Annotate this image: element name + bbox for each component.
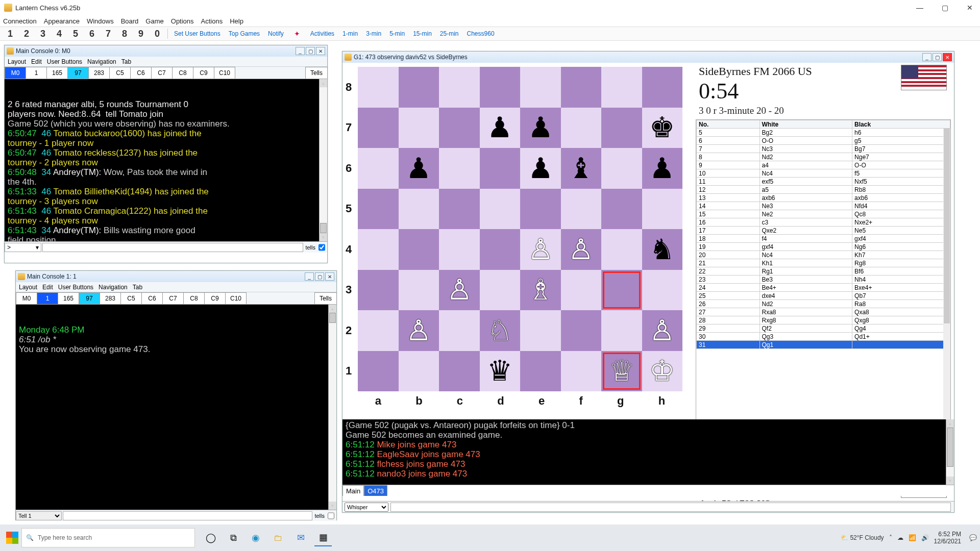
- console0-tells-checkbox[interactable]: [318, 243, 325, 252]
- submenu-navigation[interactable]: Navigation: [99, 284, 128, 291]
- move-row[interactable]: 13axb6axb6: [697, 194, 950, 202]
- game-tab-o473[interactable]: O473: [364, 485, 387, 496]
- square-e4[interactable]: ♙: [520, 229, 561, 270]
- move-row[interactable]: 5Bg2h6: [697, 129, 950, 137]
- submenu-edit[interactable]: Edit: [31, 58, 42, 65]
- tray-wifi-icon[interactable]: 📶: [909, 534, 916, 541]
- square-b4[interactable]: [399, 229, 439, 270]
- channel-tab-C10[interactable]: C10: [225, 292, 247, 304]
- square-g5[interactable]: [601, 189, 642, 230]
- square-g1[interactable]: ♕: [601, 351, 642, 392]
- square-f4[interactable]: ♙: [561, 229, 602, 270]
- channel-tab-C5[interactable]: C5: [109, 67, 131, 79]
- channel-tab-165[interactable]: 165: [58, 292, 79, 304]
- chessboard[interactable]: ♟♟♚♟♟♝♟♙♙♞♙♗♙♘♙♛♕♔: [358, 67, 682, 391]
- square-d8[interactable]: [480, 67, 521, 108]
- move-row[interactable]: 6O-Og5: [697, 137, 950, 145]
- square-c6[interactable]: [439, 148, 480, 189]
- move-row[interactable]: 20Nc4Kh7: [697, 251, 950, 259]
- square-c5[interactable]: [439, 189, 480, 230]
- square-e3[interactable]: ♗: [520, 270, 561, 311]
- move-row[interactable]: 28Rxg8Qxg8: [697, 316, 950, 324]
- square-c2[interactable]: [439, 310, 480, 351]
- channel-tab-M0[interactable]: M0: [16, 292, 37, 304]
- explorer-icon[interactable]: 🗀: [270, 529, 287, 546]
- toolbar-link-top-games[interactable]: Top Games: [229, 30, 260, 37]
- square-e8[interactable]: [520, 67, 561, 108]
- square-d7[interactable]: ♟: [480, 108, 521, 148]
- square-a8[interactable]: [358, 67, 399, 108]
- toolbar-link-5-min[interactable]: 5-min: [389, 30, 405, 37]
- square-g2[interactable]: [601, 310, 642, 351]
- console0-scrollbar[interactable]: ▴▾: [319, 79, 327, 241]
- channel-tab-97[interactable]: 97: [67, 67, 89, 79]
- square-h7[interactable]: ♚: [642, 108, 683, 148]
- square-a5[interactable]: [358, 189, 399, 230]
- game-maximize[interactable]: ▢: [933, 53, 942, 61]
- square-f3[interactable]: [561, 270, 602, 311]
- square-b3[interactable]: [399, 270, 439, 311]
- square-e7[interactable]: ♟: [520, 108, 561, 148]
- toolbar-slot-0[interactable]: 0: [149, 29, 165, 39]
- console1-maximize[interactable]: ▢: [315, 272, 324, 281]
- channel-tab-C9[interactable]: C9: [193, 67, 214, 79]
- channel-tab-C8[interactable]: C8: [172, 67, 193, 79]
- weather-widget[interactable]: ⛅ 52°F Cloudy: [841, 534, 884, 541]
- square-a7[interactable]: [358, 108, 399, 148]
- move-row[interactable]: 7Nc3Bg7: [697, 145, 950, 153]
- toolbar-slot-5[interactable]: 5: [67, 29, 84, 39]
- menu-connection[interactable]: Connection: [3, 17, 37, 25]
- square-c7[interactable]: [439, 108, 480, 148]
- move-row[interactable]: 29Qf2Qg4: [697, 324, 950, 333]
- taskbar-search[interactable]: 🔍 Type here to search: [21, 528, 195, 547]
- fireworks-icon[interactable]: ✦: [291, 29, 303, 39]
- console0-minimize[interactable]: _: [296, 47, 305, 55]
- move-row[interactable]: 26Nd2Ra8: [697, 300, 950, 308]
- console1-tells-checkbox[interactable]: [328, 511, 334, 520]
- tray-volume-icon[interactable]: 🔊: [921, 534, 929, 541]
- toolbar-slot-3[interactable]: 3: [35, 29, 51, 39]
- square-b7[interactable]: [399, 108, 439, 148]
- square-d1[interactable]: ♛: [480, 351, 521, 392]
- channel-tab-97[interactable]: 97: [79, 292, 100, 304]
- menu-help[interactable]: Help: [230, 17, 243, 25]
- channel-tab-C7[interactable]: C7: [151, 67, 173, 79]
- toolbar-link-activities[interactable]: Activities: [310, 30, 334, 37]
- console1-input[interactable]: [63, 511, 312, 520]
- toolbar-slot-1[interactable]: 1: [2, 29, 18, 39]
- move-row[interactable]: 23Be3Nh4: [697, 276, 950, 284]
- move-row[interactable]: 8Nd2Nge7: [697, 153, 950, 161]
- console0-prompt[interactable]: > ▾: [5, 243, 41, 252]
- toolbar-slot-9[interactable]: 9: [133, 29, 149, 39]
- square-e2[interactable]: [520, 310, 561, 351]
- square-a6[interactable]: [358, 148, 399, 189]
- menu-appearance[interactable]: Appearance: [44, 17, 80, 25]
- square-c1[interactable]: [439, 351, 480, 392]
- console0-input[interactable]: [42, 243, 303, 252]
- square-a3[interactable]: [358, 270, 399, 311]
- square-f7[interactable]: [561, 108, 602, 148]
- console1-titlebar[interactable]: Main Console 1: 1 _ ▢ ✕: [16, 271, 336, 282]
- square-g3[interactable]: [601, 270, 642, 311]
- square-c3[interactable]: ♙: [439, 270, 480, 311]
- start-button[interactable]: [6, 532, 18, 544]
- tray-chevron-icon[interactable]: ˄: [889, 534, 892, 541]
- square-h2[interactable]: ♙: [642, 310, 683, 351]
- channel-tab-C9[interactable]: C9: [204, 292, 226, 304]
- game-input[interactable]: [390, 503, 951, 512]
- channel-tab-C6[interactable]: C6: [141, 292, 163, 304]
- square-g8[interactable]: [601, 67, 642, 108]
- square-f8[interactable]: [561, 67, 602, 108]
- toolbar-link-15-min[interactable]: 15-min: [413, 30, 432, 37]
- game-tab-main[interactable]: Main: [342, 485, 364, 496]
- game-minimize[interactable]: _: [922, 53, 932, 61]
- toolbar-link-1-min[interactable]: 1-min: [342, 30, 358, 37]
- square-a4[interactable]: [358, 229, 399, 270]
- square-f6[interactable]: ♝: [561, 148, 602, 189]
- menu-actions[interactable]: Actions: [201, 17, 223, 25]
- console1-close[interactable]: ✕: [325, 272, 334, 281]
- edge-icon[interactable]: ◉: [247, 529, 264, 546]
- console0-maximize[interactable]: ▢: [306, 47, 315, 55]
- close-button[interactable]: ✕: [964, 3, 976, 13]
- move-row[interactable]: 31Qg1: [697, 341, 950, 349]
